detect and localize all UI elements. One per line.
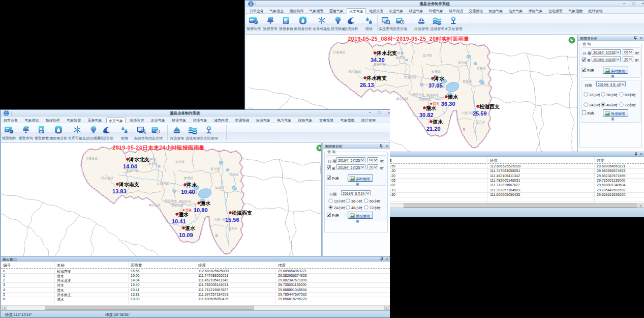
svg-text:★澧县: ★澧县 — [430, 102, 440, 105]
svg-text:小渡口镇: 小渡口镇 — [213, 217, 226, 221]
svg-text:26.13: 26.13 — [360, 82, 374, 88]
svg-text:澹水: 澹水 — [447, 94, 458, 100]
svg-text:小渡口镇: 小渡口镇 — [461, 111, 473, 115]
svg-text:道水: 道水 — [433, 119, 443, 125]
svg-text:大堰垱镇: 大堰垱镇 — [157, 182, 169, 185]
svg-text:澧澹街道: 澧澹街道 — [419, 98, 431, 101]
svg-text:如东镇: 如东镇 — [215, 186, 224, 190]
svg-text:10.80: 10.80 — [194, 207, 208, 213]
svg-text:★澧县: ★澧县 — [182, 208, 192, 212]
svg-text:松滋西支: 松滋西支 — [479, 104, 500, 109]
svg-text:10.40: 10.40 — [181, 189, 195, 195]
svg-text:官垸镇: 官垸镇 — [229, 172, 238, 177]
svg-text:2019-05-24日未来24小时预报面雨量: 2019-05-24日未来24小时预报面雨量 — [112, 144, 204, 151]
svg-text:涔水北支: 涔水北支 — [376, 50, 397, 56]
svg-text:25.59: 25.59 — [473, 110, 487, 117]
svg-text:甘溪滩镇: 甘溪滩镇 — [85, 157, 98, 160]
svg-text:官垸镇: 官垸镇 — [477, 66, 486, 70]
svg-text:如东镇: 如东镇 — [463, 79, 472, 83]
svg-text:甘溪滩镇: 甘溪滩镇 — [333, 50, 345, 54]
svg-text:30.82: 30.82 — [419, 112, 434, 118]
svg-text:复兴镇: 复兴镇 — [458, 61, 467, 65]
svg-text:城头山镇: 城头山镇 — [148, 204, 161, 207]
svg-text:15.56: 15.56 — [225, 217, 239, 223]
svg-text:澧浦街道: 澧浦街道 — [179, 200, 191, 204]
svg-text:松滋西支: 松滋西支 — [231, 210, 252, 216]
svg-text:城头山镇: 城头山镇 — [396, 97, 408, 100]
svg-text:梦溪镇: 梦溪镇 — [183, 176, 193, 180]
svg-text:王家厂镇: 王家厂镇 — [373, 63, 386, 66]
svg-text:澧西街道: 澧西街道 — [165, 199, 177, 203]
svg-text:澧澹街道: 澧澹街道 — [171, 204, 183, 208]
svg-text:14.04: 14.04 — [123, 163, 137, 169]
svg-text:王家厂镇: 王家厂镇 — [126, 169, 138, 172]
svg-text:盐井镇: 盐井镇 — [423, 54, 432, 57]
svg-text:澹水: 澹水 — [200, 200, 211, 206]
svg-text:13.83: 13.83 — [112, 188, 127, 194]
svg-text:金罗镇: 金罗镇 — [148, 162, 158, 165]
svg-text:宜万乡: 宜万乡 — [228, 226, 237, 230]
svg-text:道水: 道水 — [185, 225, 196, 231]
svg-text:码头铺镇: 码头铺镇 — [349, 70, 361, 73]
svg-text:大堰垱镇: 大堰垱镇 — [404, 75, 416, 79]
svg-text:10.41: 10.41 — [172, 218, 186, 224]
svg-text:涔水: 涔水 — [434, 76, 445, 81]
svg-text:10.09: 10.09 — [179, 232, 193, 238]
svg-text:涔水南支: 涔水南支 — [366, 75, 387, 81]
svg-text:36.30: 36.30 — [441, 101, 455, 107]
svg-text:澧浦街道: 澧浦街道 — [426, 94, 439, 97]
svg-text:澧水: 澧水 — [425, 105, 437, 111]
svg-text:梦溪镇: 梦溪镇 — [431, 70, 441, 74]
svg-text:21.20: 21.20 — [426, 126, 441, 132]
svg-text:涔水: 涔水 — [186, 182, 197, 188]
svg-text:涔水北支: 涔水北支 — [129, 157, 149, 162]
svg-text:码头铺镇: 码头铺镇 — [101, 176, 113, 180]
svg-text:37.05: 37.05 — [428, 82, 443, 89]
svg-text:金罗镇: 金罗镇 — [395, 56, 405, 59]
svg-text:宜万乡: 宜万乡 — [476, 120, 485, 124]
svg-text:34.20: 34.20 — [371, 57, 385, 63]
svg-text:2019-05-25_08时~2019-05-25_20时实: 2019-05-25_08时~2019-05-25_20时实时面雨量 — [348, 36, 469, 42]
svg-text:复兴镇: 复兴镇 — [210, 167, 220, 171]
svg-text:盐井镇: 盐井镇 — [175, 160, 185, 163]
svg-text:澧西街道: 澧西街道 — [412, 93, 424, 97]
svg-text:涔水南支: 涔水南支 — [118, 182, 139, 187]
svg-text:澧水: 澧水 — [178, 212, 189, 217]
